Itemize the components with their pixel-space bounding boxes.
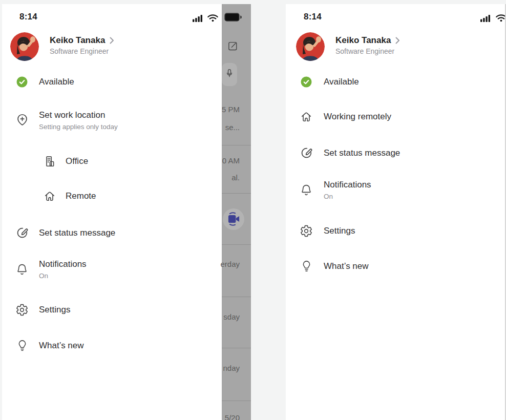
list-divider <box>222 401 251 401</box>
menu-item-notifications[interactable]: Notifications On <box>14 259 87 280</box>
avatar[interactable] <box>296 32 325 61</box>
list-divider <box>222 244 251 245</box>
bell-icon <box>14 262 30 277</box>
edit-status-icon <box>14 226 30 240</box>
menu-item-availability[interactable]: Available <box>299 76 359 88</box>
menu-item-notifications[interactable]: Notifications On <box>299 179 371 201</box>
status-bar-time: 8:14 <box>19 12 37 22</box>
dimmed-timestamp: erday <box>220 260 240 268</box>
location-add-icon <box>14 113 30 128</box>
compose-icon <box>227 40 239 52</box>
available-badge-icon <box>14 76 30 88</box>
building-icon <box>42 155 57 168</box>
menu-item-settings[interactable]: Settings <box>299 224 355 238</box>
menu-item-office[interactable]: Office <box>42 155 88 168</box>
dimmed-timestamp: 0 AM <box>222 156 240 165</box>
profile-name: Keiko Tanaka <box>50 35 105 46</box>
dimmed-background-app: 5 PM se... 0 AM al. erday sday nday 5/20 <box>222 4 251 420</box>
avatar-photo <box>296 32 325 61</box>
right-screenshot-account-drawer: 8:14 Keiko Ta <box>286 4 506 420</box>
gear-icon <box>299 224 314 238</box>
dimmed-timestamp: sday <box>223 312 240 321</box>
video-camera-icon <box>226 211 242 227</box>
home-icon <box>299 110 314 123</box>
menu-item-set-status-message[interactable]: Set status message <box>299 146 400 160</box>
available-badge-icon <box>299 76 314 88</box>
profile-header[interactable]: Keiko Tanaka Software Engineer <box>335 35 400 55</box>
list-divider <box>222 348 251 348</box>
status-bar-time: 8:14 <box>304 12 322 22</box>
menu-item-whats-new[interactable]: What’s new <box>14 339 84 353</box>
chevron-right-icon <box>395 37 400 44</box>
menu-item-set-status-message[interactable]: Set status message <box>14 226 115 240</box>
dimmed-text: al. <box>231 173 240 182</box>
dimmed-text: se... <box>225 123 240 132</box>
wifi-icon <box>207 14 219 22</box>
home-icon <box>42 190 57 203</box>
dimmed-timestamp: nday <box>223 364 240 372</box>
list-divider <box>222 193 251 194</box>
two-screenshot-comparison: 8:14 Kei <box>0 0 506 420</box>
dimmed-timestamp: 5 PM <box>222 105 240 114</box>
gear-icon <box>14 303 30 317</box>
mic-icon <box>224 67 235 80</box>
list-divider <box>222 297 251 297</box>
edit-status-icon <box>299 146 314 160</box>
left-screenshot-account-drawer: 8:14 Kei <box>2 4 251 420</box>
menu-item-settings[interactable]: Settings <box>14 303 70 317</box>
avatar-photo <box>10 32 39 61</box>
menu-item-remote[interactable]: Remote <box>42 190 96 203</box>
signal-strength-icon <box>480 14 492 22</box>
avatar[interactable] <box>10 32 39 61</box>
menu-item-whats-new[interactable]: What’s new <box>299 259 369 274</box>
battery-icon <box>224 13 242 22</box>
bell-icon <box>299 183 314 197</box>
profile-role: Software Engineer <box>50 47 114 55</box>
lightbulb-icon <box>14 339 30 353</box>
menu-item-working-remotely[interactable]: Working remotely <box>299 110 391 123</box>
profile-header[interactable]: Keiko Tanaka Software Engineer <box>50 35 114 55</box>
chevron-right-icon <box>110 37 114 44</box>
dimmed-timestamp: 5/20 <box>225 413 240 420</box>
lightbulb-icon <box>299 259 314 274</box>
menu-item-availability[interactable]: Available <box>14 76 74 88</box>
wifi-icon <box>495 14 506 22</box>
signal-strength-icon <box>193 14 204 22</box>
list-divider <box>222 145 251 145</box>
profile-role: Software Engineer <box>335 47 400 55</box>
profile-name: Keiko Tanaka <box>335 35 391 46</box>
menu-item-set-work-location[interactable]: Set work location Setting applies only t… <box>14 110 118 131</box>
